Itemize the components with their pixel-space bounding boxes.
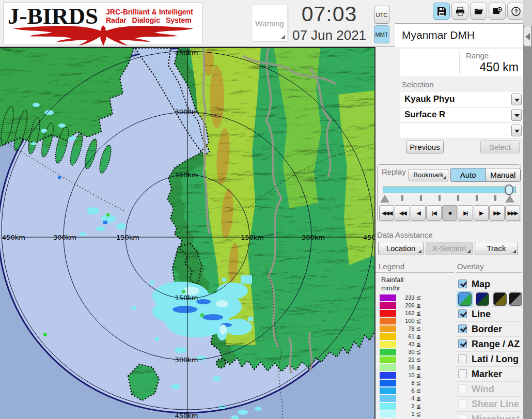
overlay-item-label: Marker xyxy=(472,369,502,380)
legend-color-swatch xyxy=(380,395,396,402)
svg-text:?: ? xyxy=(514,8,518,14)
overlay-item-microburst[interactable]: Microburst xyxy=(456,412,522,419)
legend-entry: 162 ≦ xyxy=(380,310,421,317)
save-icon xyxy=(436,6,447,17)
location-button[interactable]: Location xyxy=(378,242,424,255)
bookmark-button[interactable]: Bookmark xyxy=(409,169,448,181)
overlay-item-label: Line xyxy=(472,309,491,320)
dropdown-arrow-icon[interactable] xyxy=(511,109,522,121)
clock-time: 07:03 xyxy=(289,2,369,26)
map-style-3[interactable] xyxy=(493,292,507,306)
eagle-logo-icon xyxy=(9,23,198,46)
rewind-button[interactable]: ◀◀ xyxy=(395,205,410,221)
legend-entry: 21 ≦ xyxy=(380,356,421,363)
track-button[interactable]: Track xyxy=(475,242,518,255)
replay-timeline-slider[interactable] xyxy=(383,187,516,193)
play-button[interactable]: ▶ xyxy=(474,205,489,221)
step-forward-button[interactable]: ▶| xyxy=(458,205,473,221)
site-select[interactable]: Kyauk Phyu xyxy=(400,92,523,107)
svg-text:300km: 300km xyxy=(175,356,198,364)
map-style-2[interactable] xyxy=(476,292,489,306)
legend-value: 61 ≦ xyxy=(397,333,421,340)
svg-text:450km: 450km xyxy=(175,412,198,419)
timeline-start-marker[interactable] xyxy=(380,195,389,203)
checkbox[interactable] xyxy=(458,369,467,378)
legend-color-swatch xyxy=(380,310,396,317)
checkbox[interactable] xyxy=(458,339,467,348)
extra-select[interactable] xyxy=(400,123,523,138)
forward-button[interactable]: ▶▶ xyxy=(489,205,504,221)
legend-label: Legend xyxy=(379,262,404,271)
manual-button[interactable]: Manual xyxy=(486,168,521,182)
legend-color-swatch xyxy=(380,341,396,348)
legend-value: 206 ≦ xyxy=(397,302,421,309)
overlay-item-map[interactable]: Map xyxy=(456,277,522,292)
legend-color-swatch xyxy=(380,302,396,309)
overlay-item-marker[interactable]: Marker xyxy=(456,367,522,382)
timeline-handle[interactable] xyxy=(505,184,513,195)
legend-color-swatch xyxy=(380,325,396,332)
overlay-item-label: Shear Line xyxy=(472,399,519,410)
previous-button[interactable]: Previous xyxy=(406,141,444,153)
replay-label: Replay xyxy=(382,167,406,176)
legend-title: Rainfall mm/hr xyxy=(381,276,403,292)
map-style-1[interactable] xyxy=(458,292,472,306)
forward-fast-button[interactable]: ▶▶▶ xyxy=(505,205,520,221)
legend-entry: 8 ≦ xyxy=(380,380,421,386)
utc-button[interactable]: UTC xyxy=(374,6,389,24)
auto-button[interactable]: Auto xyxy=(450,168,486,182)
overlay-item-line[interactable]: Line xyxy=(456,307,522,322)
legend-entry: 206 ≦ xyxy=(380,302,421,309)
overlay-item-wind[interactable]: Wind xyxy=(456,382,522,397)
map-style-4[interactable] xyxy=(509,292,522,306)
dropdown-arrow-icon[interactable] xyxy=(511,125,522,136)
rewind-fast-button[interactable]: ◀◀◀ xyxy=(379,205,394,221)
play-reverse-button[interactable]: ◀ xyxy=(411,205,426,221)
checkbox[interactable] xyxy=(458,399,467,408)
legend-entry: 61 ≦ xyxy=(380,333,421,340)
print-button[interactable] xyxy=(451,3,468,20)
legend-value: 233 ≦ xyxy=(397,294,421,301)
stop-button[interactable]: ■ xyxy=(442,205,457,221)
legend-value: 8 ≦ xyxy=(397,380,421,386)
dropdown-arrow-icon[interactable] xyxy=(511,94,522,105)
collapse-panel-button[interactable] xyxy=(523,26,531,46)
checkbox[interactable] xyxy=(458,324,467,333)
overlay-item-border[interactable]: Border xyxy=(456,322,522,337)
svg-text:150km: 150km xyxy=(175,171,198,179)
mmt-button[interactable]: MMT xyxy=(374,25,389,43)
app-window: J-BIRDS JRC-Brilliant & Intelligent Rada… xyxy=(0,0,532,419)
checkbox[interactable] xyxy=(458,280,467,288)
checkbox[interactable] xyxy=(458,384,467,393)
open-folder-icon xyxy=(474,6,484,17)
radar-map[interactable]: 450km 300km 150km 150km 300km 450km 450k… xyxy=(0,47,375,419)
legend-color-swatch xyxy=(380,364,396,371)
open-folder-button[interactable] xyxy=(470,3,487,20)
checkbox[interactable] xyxy=(458,354,467,363)
product-select[interactable]: Surface R xyxy=(400,107,523,123)
print-icon xyxy=(455,6,465,17)
checkbox[interactable] xyxy=(458,414,467,419)
range-value: 450 km xyxy=(480,60,519,74)
x-section-button[interactable]: X-Section xyxy=(426,242,473,255)
timeline-end-marker[interactable] xyxy=(505,195,514,203)
legend-value: 10 ≦ xyxy=(397,372,421,379)
overlay-item-shear-line[interactable]: Shear Line xyxy=(456,397,522,412)
legend-color-swatch xyxy=(380,372,396,379)
step-back-button[interactable]: |◀ xyxy=(426,205,441,221)
header: J-BIRDS JRC-Brilliant & Intelligent Rada… xyxy=(0,0,532,47)
select-button[interactable]: Select xyxy=(480,141,520,153)
legend-color-swatch xyxy=(380,349,396,355)
legend-entry: 233 ≦ xyxy=(380,294,421,301)
export-image-button[interactable] xyxy=(489,3,506,20)
overlay-item-range-az[interactable]: Range / AZ xyxy=(456,337,522,352)
legend-value: 78 ≦ xyxy=(397,325,421,332)
help-button[interactable]: ? xyxy=(507,3,524,20)
warning-button[interactable]: Warning xyxy=(252,5,288,41)
legend-color-swatch xyxy=(380,380,396,386)
legend-entry: 10 ≦ xyxy=(380,372,421,379)
save-button[interactable] xyxy=(433,3,450,20)
overlay-item-lati-long[interactable]: Lati / Long xyxy=(456,352,522,367)
svg-text:150km: 150km xyxy=(241,234,264,241)
checkbox[interactable] xyxy=(458,309,467,318)
